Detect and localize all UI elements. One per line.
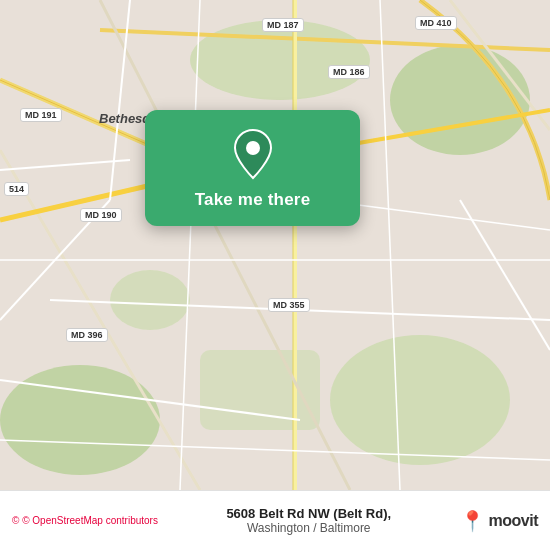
map-svg [0,0,550,490]
road-label-514: 514 [4,182,29,196]
svg-point-4 [330,335,510,465]
road-label-md355: MD 355 [268,298,310,312]
card-overlay: Take me there [145,110,360,226]
svg-point-28 [246,141,260,155]
moovit-pin-icon: 📍 [460,509,485,533]
svg-point-5 [110,270,190,330]
svg-point-2 [390,45,530,155]
road-label-md187: MD 187 [262,18,304,32]
svg-rect-6 [200,350,320,430]
address-line1: 5608 Belt Rd NW (Belt Rd), [166,506,452,521]
road-label-md396: MD 396 [66,328,108,342]
road-label-md191: MD 191 [20,108,62,122]
road-label-md190: MD 190 [80,208,122,222]
road-label-md410: MD 410 [415,16,457,30]
take-me-there-button[interactable]: Take me there [195,188,311,212]
address-line2: Washington / Baltimore [166,521,452,535]
moovit-brand-text: moovit [489,512,538,530]
address-block: 5608 Belt Rd NW (Belt Rd), Washington / … [166,506,452,535]
map-container: Bethesda MD 187 MD 191 514 MD 190 MD 186… [0,0,550,490]
svg-point-1 [190,20,370,100]
moovit-logo: 📍 moovit [460,509,538,533]
osm-credit: © © OpenStreetMap contributors [12,515,158,526]
map-pin-icon [231,128,275,180]
bottom-bar: © © OpenStreetMap contributors 5608 Belt… [0,490,550,550]
road-label-md186: MD 186 [328,65,370,79]
